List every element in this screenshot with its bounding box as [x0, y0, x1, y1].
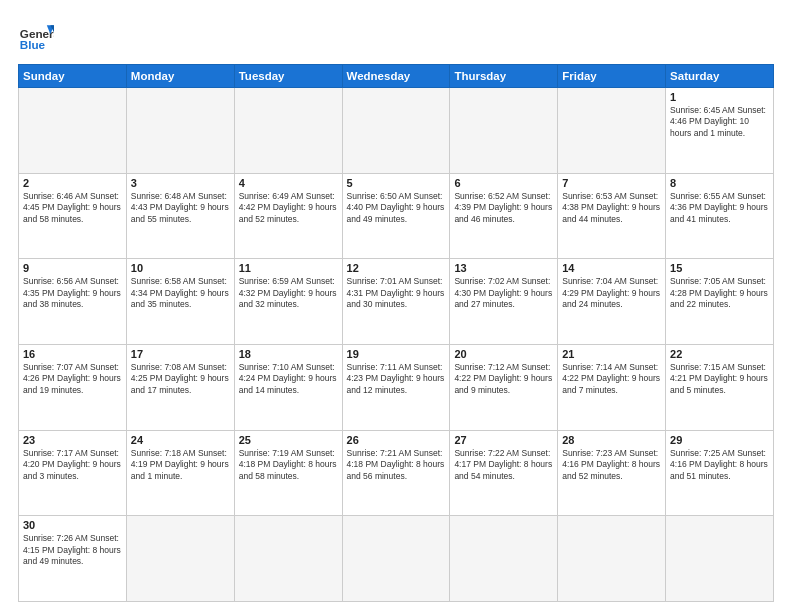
day-number: 13	[454, 262, 553, 274]
day-info: Sunrise: 6:53 AM Sunset: 4:38 PM Dayligh…	[562, 191, 661, 225]
day-number: 7	[562, 177, 661, 189]
day-info: Sunrise: 7:01 AM Sunset: 4:31 PM Dayligh…	[347, 276, 446, 310]
day-number: 18	[239, 348, 338, 360]
day-cell	[450, 516, 558, 602]
day-cell: 4Sunrise: 6:49 AM Sunset: 4:42 PM Daylig…	[234, 173, 342, 259]
weekday-header-saturday: Saturday	[666, 65, 774, 88]
day-number: 10	[131, 262, 230, 274]
day-info: Sunrise: 6:48 AM Sunset: 4:43 PM Dayligh…	[131, 191, 230, 225]
day-number: 25	[239, 434, 338, 446]
day-info: Sunrise: 7:02 AM Sunset: 4:30 PM Dayligh…	[454, 276, 553, 310]
day-cell: 27Sunrise: 7:22 AM Sunset: 4:17 PM Dayli…	[450, 430, 558, 516]
day-cell: 18Sunrise: 7:10 AM Sunset: 4:24 PM Dayli…	[234, 344, 342, 430]
day-number: 28	[562, 434, 661, 446]
day-number: 20	[454, 348, 553, 360]
day-info: Sunrise: 7:21 AM Sunset: 4:18 PM Dayligh…	[347, 448, 446, 482]
week-row-4: 23Sunrise: 7:17 AM Sunset: 4:20 PM Dayli…	[19, 430, 774, 516]
day-cell: 28Sunrise: 7:23 AM Sunset: 4:16 PM Dayli…	[558, 430, 666, 516]
day-number: 5	[347, 177, 446, 189]
day-number: 17	[131, 348, 230, 360]
day-cell: 15Sunrise: 7:05 AM Sunset: 4:28 PM Dayli…	[666, 259, 774, 345]
day-cell: 14Sunrise: 7:04 AM Sunset: 4:29 PM Dayli…	[558, 259, 666, 345]
day-number: 2	[23, 177, 122, 189]
weekday-header-friday: Friday	[558, 65, 666, 88]
day-cell: 2Sunrise: 6:46 AM Sunset: 4:45 PM Daylig…	[19, 173, 127, 259]
day-number: 16	[23, 348, 122, 360]
day-cell: 23Sunrise: 7:17 AM Sunset: 4:20 PM Dayli…	[19, 430, 127, 516]
day-cell	[558, 88, 666, 174]
day-cell: 5Sunrise: 6:50 AM Sunset: 4:40 PM Daylig…	[342, 173, 450, 259]
day-info: Sunrise: 7:25 AM Sunset: 4:16 PM Dayligh…	[670, 448, 769, 482]
header: General Blue	[18, 18, 774, 54]
day-cell	[126, 88, 234, 174]
day-cell: 16Sunrise: 7:07 AM Sunset: 4:26 PM Dayli…	[19, 344, 127, 430]
day-number: 19	[347, 348, 446, 360]
day-number: 6	[454, 177, 553, 189]
day-info: Sunrise: 7:11 AM Sunset: 4:23 PM Dayligh…	[347, 362, 446, 396]
day-info: Sunrise: 7:22 AM Sunset: 4:17 PM Dayligh…	[454, 448, 553, 482]
week-row-1: 2Sunrise: 6:46 AM Sunset: 4:45 PM Daylig…	[19, 173, 774, 259]
day-cell: 25Sunrise: 7:19 AM Sunset: 4:18 PM Dayli…	[234, 430, 342, 516]
day-cell	[19, 88, 127, 174]
day-info: Sunrise: 7:07 AM Sunset: 4:26 PM Dayligh…	[23, 362, 122, 396]
day-info: Sunrise: 7:12 AM Sunset: 4:22 PM Dayligh…	[454, 362, 553, 396]
weekday-header-tuesday: Tuesday	[234, 65, 342, 88]
day-info: Sunrise: 7:15 AM Sunset: 4:21 PM Dayligh…	[670, 362, 769, 396]
day-cell: 19Sunrise: 7:11 AM Sunset: 4:23 PM Dayli…	[342, 344, 450, 430]
weekday-header-thursday: Thursday	[450, 65, 558, 88]
day-info: Sunrise: 7:05 AM Sunset: 4:28 PM Dayligh…	[670, 276, 769, 310]
svg-text:Blue: Blue	[20, 38, 46, 51]
day-number: 15	[670, 262, 769, 274]
day-info: Sunrise: 6:49 AM Sunset: 4:42 PM Dayligh…	[239, 191, 338, 225]
logo: General Blue	[18, 18, 54, 54]
day-info: Sunrise: 6:55 AM Sunset: 4:36 PM Dayligh…	[670, 191, 769, 225]
day-cell: 12Sunrise: 7:01 AM Sunset: 4:31 PM Dayli…	[342, 259, 450, 345]
day-info: Sunrise: 6:59 AM Sunset: 4:32 PM Dayligh…	[239, 276, 338, 310]
week-row-0: 1Sunrise: 6:45 AM Sunset: 4:46 PM Daylig…	[19, 88, 774, 174]
day-info: Sunrise: 7:18 AM Sunset: 4:19 PM Dayligh…	[131, 448, 230, 482]
day-cell	[342, 516, 450, 602]
day-number: 23	[23, 434, 122, 446]
day-info: Sunrise: 7:19 AM Sunset: 4:18 PM Dayligh…	[239, 448, 338, 482]
day-number: 27	[454, 434, 553, 446]
day-number: 1	[670, 91, 769, 103]
day-info: Sunrise: 7:08 AM Sunset: 4:25 PM Dayligh…	[131, 362, 230, 396]
day-info: Sunrise: 7:04 AM Sunset: 4:29 PM Dayligh…	[562, 276, 661, 310]
day-cell	[558, 516, 666, 602]
day-cell: 11Sunrise: 6:59 AM Sunset: 4:32 PM Dayli…	[234, 259, 342, 345]
day-cell: 29Sunrise: 7:25 AM Sunset: 4:16 PM Dayli…	[666, 430, 774, 516]
day-info: Sunrise: 6:50 AM Sunset: 4:40 PM Dayligh…	[347, 191, 446, 225]
day-info: Sunrise: 6:58 AM Sunset: 4:34 PM Dayligh…	[131, 276, 230, 310]
day-number: 30	[23, 519, 122, 531]
day-number: 4	[239, 177, 338, 189]
day-cell: 26Sunrise: 7:21 AM Sunset: 4:18 PM Dayli…	[342, 430, 450, 516]
day-cell: 1Sunrise: 6:45 AM Sunset: 4:46 PM Daylig…	[666, 88, 774, 174]
calendar-table: SundayMondayTuesdayWednesdayThursdayFrid…	[18, 64, 774, 602]
day-cell: 20Sunrise: 7:12 AM Sunset: 4:22 PM Dayli…	[450, 344, 558, 430]
day-cell	[342, 88, 450, 174]
day-number: 14	[562, 262, 661, 274]
day-info: Sunrise: 6:46 AM Sunset: 4:45 PM Dayligh…	[23, 191, 122, 225]
day-cell: 21Sunrise: 7:14 AM Sunset: 4:22 PM Dayli…	[558, 344, 666, 430]
week-row-5: 30Sunrise: 7:26 AM Sunset: 4:15 PM Dayli…	[19, 516, 774, 602]
day-number: 29	[670, 434, 769, 446]
day-number: 11	[239, 262, 338, 274]
day-number: 12	[347, 262, 446, 274]
day-cell	[450, 88, 558, 174]
day-number: 9	[23, 262, 122, 274]
day-number: 22	[670, 348, 769, 360]
logo-icon: General Blue	[18, 18, 54, 54]
page: General Blue SundayMondayTuesdayWednesda…	[0, 0, 792, 612]
weekday-header-row: SundayMondayTuesdayWednesdayThursdayFrid…	[19, 65, 774, 88]
day-number: 8	[670, 177, 769, 189]
day-cell: 13Sunrise: 7:02 AM Sunset: 4:30 PM Dayli…	[450, 259, 558, 345]
weekday-header-monday: Monday	[126, 65, 234, 88]
day-info: Sunrise: 7:17 AM Sunset: 4:20 PM Dayligh…	[23, 448, 122, 482]
day-number: 26	[347, 434, 446, 446]
day-cell	[234, 516, 342, 602]
week-row-2: 9Sunrise: 6:56 AM Sunset: 4:35 PM Daylig…	[19, 259, 774, 345]
day-cell	[234, 88, 342, 174]
day-cell	[666, 516, 774, 602]
day-info: Sunrise: 7:10 AM Sunset: 4:24 PM Dayligh…	[239, 362, 338, 396]
weekday-header-wednesday: Wednesday	[342, 65, 450, 88]
